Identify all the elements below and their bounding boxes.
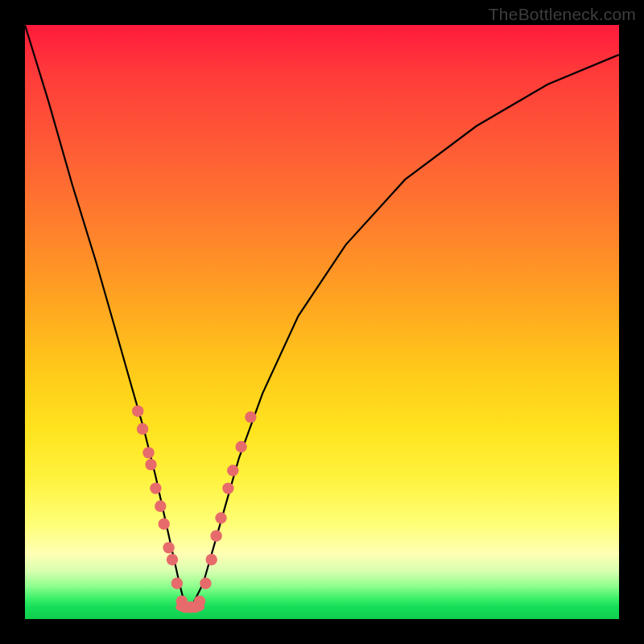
marker-dot [222, 482, 233, 493]
marker-dot [155, 501, 166, 512]
marker-flat [175, 601, 204, 613]
bottleneck-curve [25, 25, 619, 607]
marker-dot [159, 518, 170, 530]
marker-dot [206, 554, 217, 565]
marker-dot [171, 578, 183, 589]
plot-area [25, 25, 619, 619]
marker-dot [245, 411, 256, 423]
marker-dot [235, 441, 246, 452]
chart-frame: TheBottleneck.com [0, 0, 644, 644]
marker-dot [150, 482, 161, 493]
marker-dot [142, 447, 154, 458]
marker-dot [145, 459, 156, 470]
watermark-text: TheBottleneck.com [489, 5, 636, 24]
marker-dot [200, 578, 211, 589]
marker-dot [167, 554, 178, 565]
marker-dot [210, 530, 221, 542]
highlighted-points [132, 406, 257, 613]
marker-dot [163, 542, 174, 553]
chart-svg [25, 25, 619, 619]
marker-dot [227, 464, 238, 476]
marker-dot [137, 423, 148, 435]
marker-dot [132, 406, 143, 417]
marker-dot [215, 512, 226, 523]
